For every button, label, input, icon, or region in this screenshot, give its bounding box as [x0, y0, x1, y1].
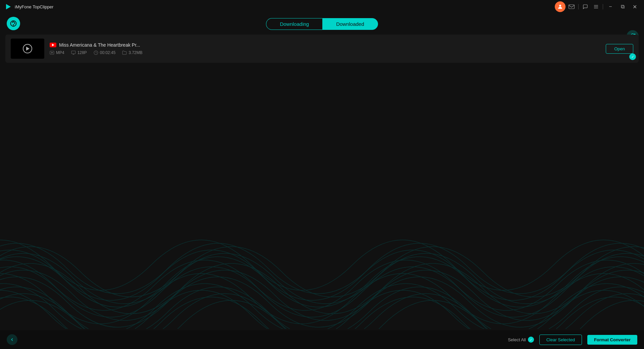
close-button[interactable]: ✕	[629, 1, 640, 12]
size-icon	[122, 50, 127, 55]
tab-downloading[interactable]: Downloading	[266, 18, 322, 30]
video-title-row: Miss Americana & The Heartbreak Pr...	[50, 42, 600, 48]
resolution-value: 128P	[77, 50, 87, 55]
format-icon	[50, 50, 54, 55]
avatar-button[interactable]	[555, 1, 566, 12]
video-thumbnail[interactable]	[11, 39, 44, 59]
duration-icon	[94, 50, 98, 55]
bottom-bar: Select All ✓ Clear Selected Format Conve…	[0, 330, 644, 349]
wave-decoration: .wave-line { fill: none; stroke: #0a3030…	[0, 195, 644, 329]
app-logo-icon	[4, 3, 12, 11]
video-item: Miss Americana & The Heartbreak Pr... MP…	[5, 35, 639, 63]
svg-marker-0	[6, 4, 11, 9]
title-bar-controls: − ⧉ ✕	[555, 1, 640, 12]
clear-selected-button[interactable]: Clear Selected	[539, 335, 582, 345]
format-value: MP4	[56, 50, 64, 55]
back-icon	[10, 337, 14, 342]
title-bar: iMyFone TopClipper	[0, 0, 644, 13]
size-value: 3.72MB	[128, 50, 142, 55]
divider-1	[578, 4, 579, 9]
app-title: iMyFone TopClipper	[15, 4, 53, 9]
svg-rect-2	[569, 5, 575, 9]
svg-point-1	[559, 5, 561, 7]
svg-rect-10	[71, 51, 75, 54]
meta-size: 3.72MB	[122, 50, 142, 55]
svg-marker-9	[52, 52, 53, 53]
duration-value: 00:02:45	[100, 50, 116, 55]
meta-format: MP4	[50, 50, 64, 55]
meta-duration: 00:02:45	[94, 50, 116, 55]
menu-icon[interactable]	[591, 2, 601, 11]
video-info: Miss Americana & The Heartbreak Pr... MP…	[50, 42, 600, 55]
back-button[interactable]	[7, 334, 17, 345]
tab-downloaded[interactable]: Downloaded	[322, 18, 378, 30]
sidebar-icon[interactable]	[7, 17, 20, 30]
check-icon: ✓	[629, 53, 636, 60]
divider-2	[603, 4, 603, 9]
select-all-checkbox[interactable]: ✓	[528, 337, 534, 343]
mail-icon[interactable]	[567, 2, 576, 11]
title-bar-left: iMyFone TopClipper	[4, 3, 53, 11]
video-title: Miss Americana & The Heartbreak Pr...	[59, 42, 140, 48]
select-all-label: Select All	[508, 337, 526, 342]
youtube-icon	[50, 43, 56, 47]
youtube-play-icon	[52, 44, 54, 46]
play-icon	[26, 47, 30, 51]
minimize-button[interactable]: −	[605, 1, 616, 12]
chat-icon[interactable]	[581, 2, 590, 11]
bottom-right-controls: Select All ✓ Clear Selected Format Conve…	[508, 335, 637, 345]
format-converter-button[interactable]: Format Converter	[587, 335, 637, 345]
play-button[interactable]	[23, 44, 32, 53]
restore-button[interactable]: ⧉	[617, 1, 628, 12]
meta-resolution: 128P	[71, 50, 87, 55]
video-meta: MP4 128P	[50, 50, 600, 55]
svg-point-6	[13, 24, 14, 25]
open-button[interactable]: Open	[606, 44, 633, 54]
tab-bar: Downloading Downloaded	[0, 13, 644, 35]
resolution-icon	[71, 50, 76, 55]
select-all-container: Select All ✓	[508, 337, 534, 343]
main-content: Downloading Downloaded	[0, 13, 644, 349]
